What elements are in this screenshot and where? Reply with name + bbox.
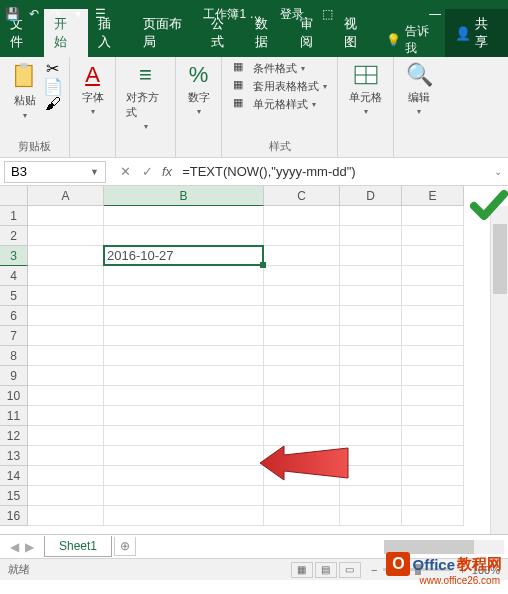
cell-D16[interactable] [340, 506, 402, 526]
cell-B16[interactable] [104, 506, 264, 526]
add-sheet-button[interactable]: ⊕ [114, 537, 136, 556]
format-painter-icon[interactable]: 🖌 [45, 96, 61, 112]
row-header-9[interactable]: 9 [0, 366, 28, 386]
cell-E2[interactable] [402, 226, 464, 246]
enter-formula-icon[interactable]: ✓ [140, 164, 154, 179]
sheet-nav-prev-icon[interactable]: ◀ [10, 540, 19, 554]
sheet-nav-next-icon[interactable]: ▶ [25, 540, 34, 554]
cell-E12[interactable] [402, 426, 464, 446]
share-button[interactable]: 👤共享 [445, 9, 508, 57]
row-header-7[interactable]: 7 [0, 326, 28, 346]
format-table-button[interactable]: ▦套用表格格式▾ [233, 78, 327, 94]
tell-me[interactable]: 💡告诉我 [378, 23, 445, 57]
row-header-13[interactable]: 13 [0, 446, 28, 466]
cell-B10[interactable] [104, 386, 264, 406]
cell-E8[interactable] [402, 346, 464, 366]
cell-A9[interactable] [28, 366, 104, 386]
col-header-C[interactable]: C [264, 186, 340, 206]
cell-A15[interactable] [28, 486, 104, 506]
cell-D8[interactable] [340, 346, 402, 366]
view-layout-icon[interactable]: ▤ [315, 562, 337, 578]
cell-E6[interactable] [402, 306, 464, 326]
cells-button[interactable]: 单元格▾ [345, 60, 386, 118]
cell-C3[interactable] [264, 246, 340, 266]
cell-C6[interactable] [264, 306, 340, 326]
cell-C11[interactable] [264, 406, 340, 426]
row-header-2[interactable]: 2 [0, 226, 28, 246]
cell-B3[interactable]: 2016-10-27 [104, 246, 264, 266]
touch-mode-icon[interactable]: ☰ [92, 7, 108, 21]
tab-page-layout[interactable]: 页面布局 [133, 9, 201, 57]
cell-D7[interactable] [340, 326, 402, 346]
cell-C7[interactable] [264, 326, 340, 346]
cell-E14[interactable] [402, 466, 464, 486]
cell-B7[interactable] [104, 326, 264, 346]
cell-E9[interactable] [402, 366, 464, 386]
cell-A4[interactable] [28, 266, 104, 286]
conditional-format-button[interactable]: ▦条件格式▾ [233, 60, 327, 76]
row-header-11[interactable]: 11 [0, 406, 28, 426]
cell-E1[interactable] [402, 206, 464, 226]
font-button[interactable]: A字体▾ [78, 60, 108, 118]
cell-D4[interactable] [340, 266, 402, 286]
cell-D10[interactable] [340, 386, 402, 406]
col-header-D[interactable]: D [340, 186, 402, 206]
cell-A13[interactable] [28, 446, 104, 466]
cell-A1[interactable] [28, 206, 104, 226]
row-header-5[interactable]: 5 [0, 286, 28, 306]
row-header-4[interactable]: 4 [0, 266, 28, 286]
cell-A3[interactable] [28, 246, 104, 266]
row-header-14[interactable]: 14 [0, 466, 28, 486]
cell-E11[interactable] [402, 406, 464, 426]
cell-D9[interactable] [340, 366, 402, 386]
cell-B11[interactable] [104, 406, 264, 426]
cell-E3[interactable] [402, 246, 464, 266]
cell-A11[interactable] [28, 406, 104, 426]
cell-B14[interactable] [104, 466, 264, 486]
cell-B2[interactable] [104, 226, 264, 246]
cell-D3[interactable] [340, 246, 402, 266]
scroll-thumb[interactable] [493, 224, 507, 294]
cell-B5[interactable] [104, 286, 264, 306]
zoom-out-icon[interactable]: − [371, 564, 377, 576]
view-pagebreak-icon[interactable]: ▭ [339, 562, 361, 578]
cell-C9[interactable] [264, 366, 340, 386]
ribbon-display-icon[interactable]: ⬚ [322, 7, 333, 21]
cell-C8[interactable] [264, 346, 340, 366]
cell-C1[interactable] [264, 206, 340, 226]
editing-button[interactable]: 🔍编辑▾ [402, 60, 437, 118]
cell-A5[interactable] [28, 286, 104, 306]
cell-A14[interactable] [28, 466, 104, 486]
cell-D1[interactable] [340, 206, 402, 226]
cell-B15[interactable] [104, 486, 264, 506]
cell-B13[interactable] [104, 446, 264, 466]
cell-B12[interactable] [104, 426, 264, 446]
cell-A10[interactable] [28, 386, 104, 406]
expand-formula-icon[interactable]: ⌄ [488, 166, 508, 177]
cell-E5[interactable] [402, 286, 464, 306]
cell-B1[interactable] [104, 206, 264, 226]
copy-icon[interactable]: 📄 [45, 78, 61, 94]
cell-styles-button[interactable]: ▦单元格样式▾ [233, 96, 327, 112]
row-header-10[interactable]: 10 [0, 386, 28, 406]
cell-E13[interactable] [402, 446, 464, 466]
cell-B9[interactable] [104, 366, 264, 386]
login-link[interactable]: 登录 [280, 6, 304, 23]
cell-A7[interactable] [28, 326, 104, 346]
cell-C2[interactable] [264, 226, 340, 246]
cell-E4[interactable] [402, 266, 464, 286]
row-header-16[interactable]: 16 [0, 506, 28, 526]
cell-D6[interactable] [340, 306, 402, 326]
cell-D15[interactable] [340, 486, 402, 506]
cell-A12[interactable] [28, 426, 104, 446]
minimize-icon[interactable]: — [428, 7, 442, 21]
fx-icon[interactable]: fx [162, 164, 178, 179]
tab-view[interactable]: 视图 [334, 9, 378, 57]
col-header-A[interactable]: A [28, 186, 104, 206]
row-header-12[interactable]: 12 [0, 426, 28, 446]
cell-A16[interactable] [28, 506, 104, 526]
cell-D11[interactable] [340, 406, 402, 426]
paste-button[interactable]: 粘贴▾ [9, 60, 41, 122]
cell-B6[interactable] [104, 306, 264, 326]
col-header-E[interactable]: E [402, 186, 464, 206]
